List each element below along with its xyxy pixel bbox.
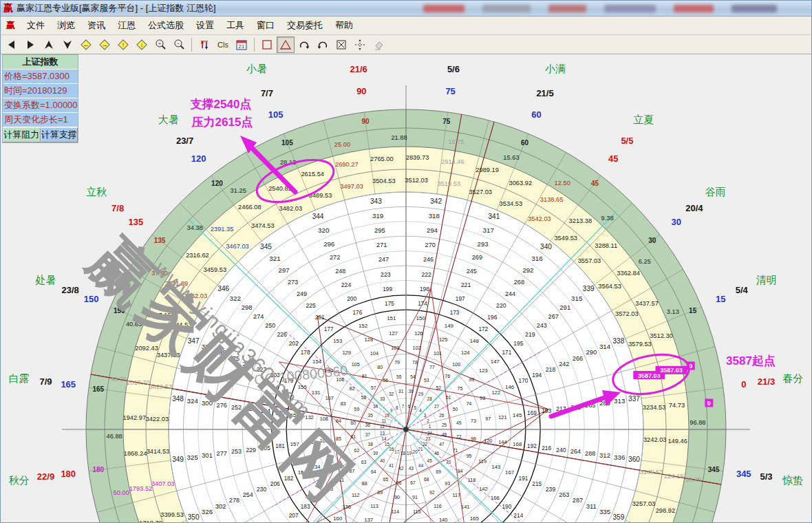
calendar-icon[interactable]: 21 xyxy=(233,36,250,53)
menu-item-9[interactable]: 帮助 xyxy=(329,17,359,34)
menu-item-7[interactable]: 窗口 xyxy=(250,17,281,34)
menu-item-4[interactable]: 公式选股 xyxy=(142,17,190,34)
wheel-number: 206 xyxy=(270,480,280,487)
wheel-number: 214 xyxy=(513,512,523,519)
wheel-number: 69 xyxy=(436,469,441,474)
rotate-cw-icon[interactable] xyxy=(295,36,313,53)
page-down-icon[interactable] xyxy=(58,36,76,53)
wheel-number: 273 xyxy=(288,279,298,286)
forward-icon[interactable] xyxy=(21,36,39,53)
fine-degree-value: 18.75 xyxy=(448,138,464,145)
wheel-number: 165 xyxy=(470,515,480,522)
wheel-number: 122 xyxy=(492,389,501,396)
coarse-degree-value: 105 xyxy=(281,139,293,147)
wheel-number: 175 xyxy=(385,301,394,307)
shift-updown-icon[interactable] xyxy=(195,36,213,53)
outer-price-value: 3288.11 xyxy=(595,242,617,249)
wheel-number: 46 xyxy=(434,451,440,456)
wheel-number: 143 xyxy=(492,464,501,470)
wheel-number: 21 xyxy=(418,447,424,451)
eraser-icon[interactable] xyxy=(370,36,387,53)
app-window: { "window": { "title": "赢家江恩专业版[赢家服务平台] … xyxy=(0,0,812,523)
wheel-number: 240 xyxy=(556,447,566,453)
wheel-number: 128 xyxy=(364,337,373,343)
menu-item-6[interactable]: 工具 xyxy=(220,17,250,34)
wheel-number: 298 xyxy=(242,303,253,311)
wheel-number: 38 xyxy=(368,442,374,447)
inner-price-value: 3399.53 xyxy=(160,511,184,518)
wheel-number: 121 xyxy=(498,414,507,420)
coarse-degree-value: 30 xyxy=(648,237,656,244)
title-bar: 赢 赢家江恩专业版[赢家服务平台] - [上证指数 江恩轮] xyxy=(1,1,811,17)
support-annotation: 支撑2540点 xyxy=(190,98,252,111)
inner-price-value: 3564.53 xyxy=(598,283,621,290)
wheel-number: 95 xyxy=(466,453,471,459)
wheel-number: 344 xyxy=(312,213,324,220)
box-x-icon[interactable] xyxy=(332,36,350,53)
wheel-number: 80 xyxy=(377,365,383,370)
back-icon[interactable] xyxy=(3,36,21,53)
fine-degree-value: 34.38 xyxy=(187,224,203,231)
pan-down-icon[interactable]: ↓ xyxy=(133,36,151,53)
parameter-panel: 上证指数 价格=3587.0300 时间=20180129 变换系数=1.000… xyxy=(2,54,78,143)
inner-price-value: 3467.03 xyxy=(226,243,249,250)
page-up-icon[interactable] xyxy=(40,36,58,53)
term-date: 23/8 xyxy=(62,285,79,295)
wheel-number: 324 xyxy=(187,397,199,405)
wheel-number: 154 xyxy=(312,359,322,365)
pan-left-icon[interactable]: ← xyxy=(77,36,95,53)
wheel-number: 248 xyxy=(335,268,345,275)
wheel-number: 169 xyxy=(527,410,537,416)
zoom-in-icon[interactable]: + xyxy=(151,36,169,53)
wheel-number: 146 xyxy=(505,384,515,390)
wheel-number: 51 xyxy=(446,395,451,400)
toolbar-separator xyxy=(191,38,192,52)
wheel-number: 350 xyxy=(188,513,200,521)
outer-price-value: 2690.27 xyxy=(335,161,359,168)
wheel-number: 105 xyxy=(352,361,360,367)
wheel-number: 153 xyxy=(333,338,343,344)
triangle-tool-icon[interactable] xyxy=(277,36,295,53)
menu-item-2[interactable]: 资讯 xyxy=(81,17,111,34)
rotate-ccw-icon[interactable] xyxy=(314,36,332,53)
wheel-number: 50 xyxy=(453,407,458,412)
pan-right-icon[interactable]: → xyxy=(96,36,114,53)
wheel-number: 78 xyxy=(412,360,418,365)
menu-item-3[interactable]: 江恩 xyxy=(111,17,142,34)
square-tool-icon[interactable] xyxy=(258,36,276,53)
calc-resistance-button[interactable]: 计算阻力 xyxy=(3,127,41,142)
cls-button[interactable]: Cls xyxy=(214,36,232,53)
wheel-number: 54 xyxy=(410,374,416,379)
step-row: 周天变化步长=1 xyxy=(3,113,78,127)
menu-item-0[interactable]: 文件 xyxy=(21,17,51,34)
wheel-number: 296 xyxy=(324,240,335,248)
wheel-number: 223 xyxy=(381,271,391,278)
wheel-number: 49 xyxy=(456,420,462,425)
wheel-number: 249 xyxy=(297,290,307,297)
outer-price-value: 3362.84 xyxy=(617,270,640,277)
menu-item-5[interactable]: 设置 xyxy=(190,17,220,34)
wheel-number: 114 xyxy=(391,509,399,515)
menu-item-1[interactable]: 浏览 xyxy=(51,17,81,34)
wheel-number: 14 xyxy=(381,436,387,441)
move-cross-icon[interactable] xyxy=(351,36,369,53)
wheel-number: 52 xyxy=(436,385,441,390)
pan-up-icon[interactable]: ↑ xyxy=(114,36,132,53)
calc-support-button[interactable]: 计算支撑 xyxy=(41,127,78,142)
wheel-number: 315 xyxy=(571,295,583,302)
zoom-out-icon[interactable]: - xyxy=(170,36,188,53)
term-name: 小暑 xyxy=(246,63,267,74)
wheel-number: 11 xyxy=(382,418,387,423)
wheel-number: 230 xyxy=(257,486,267,493)
fine-degree-value: 93.75 xyxy=(685,476,701,483)
wheel-number: 221 xyxy=(461,281,471,288)
outer-price-value: 2765.00 xyxy=(370,156,394,162)
wheel-number: 19 xyxy=(407,451,412,456)
wheel-number: 70 xyxy=(446,460,451,465)
term-degree: 15 xyxy=(716,294,725,304)
wheel-number: 116 xyxy=(434,503,442,509)
wheel-number: 100 xyxy=(452,361,460,367)
gann-wheel-canvas[interactable]: 1234567891011121314151617181920212223242… xyxy=(1,52,812,523)
wheel-number: 120 xyxy=(484,438,492,444)
menu-item-8[interactable]: 交易委托 xyxy=(281,17,329,34)
